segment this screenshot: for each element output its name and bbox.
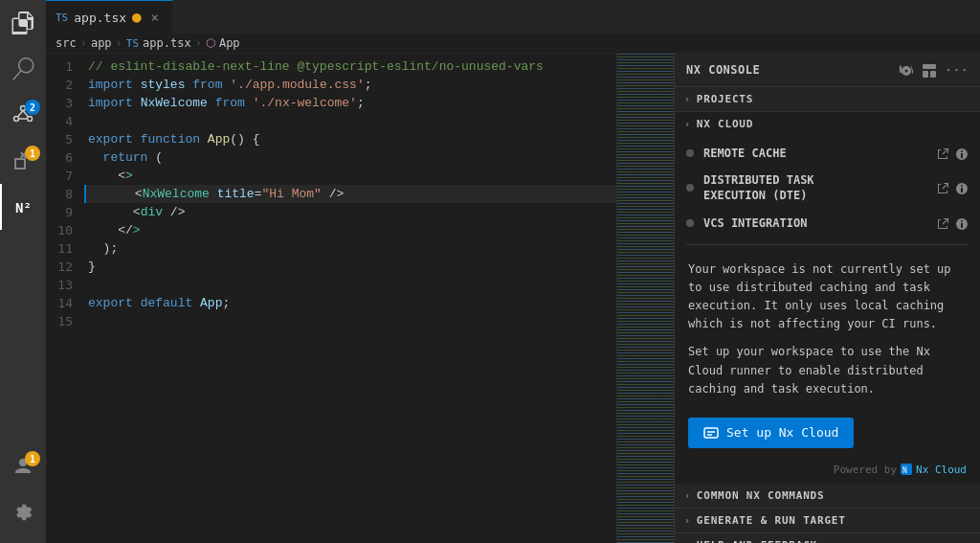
nx-cloud-section: › NX CLOUD REMOTE CACHE: [675, 112, 980, 484]
vcs-info-icon[interactable]: [955, 215, 969, 231]
projects-label: PROJECTS: [697, 93, 753, 105]
svg-text:N: N: [902, 466, 907, 475]
remote-cache-dot: [686, 149, 694, 157]
nx-header-broadcast-icon[interactable]: [899, 62, 914, 79]
nx-header-icons: ···: [899, 62, 969, 79]
activity-bar-top: 2 1 N²: [0, 0, 46, 443]
line-numbers: 1 2 3 4 5 6 7 8 9 10 11 12 13 14 15: [46, 57, 84, 543]
tab-filename: app.tsx: [74, 11, 126, 25]
account-badge: 1: [25, 451, 40, 466]
minimap-visual: [617, 54, 674, 543]
remote-cache-link-icon[interactable]: [936, 146, 949, 161]
nx-cloud-items: REMOTE CACHE: [675, 136, 980, 240]
minimap: [616, 54, 674, 543]
breadcrumb-filename[interactable]: app.tsx: [143, 36, 191, 50]
breadcrumb-src[interactable]: src: [56, 36, 77, 50]
nx-cloud-section-header[interactable]: › NX CLOUD: [675, 112, 980, 136]
nx-graph-icon[interactable]: 2: [0, 92, 46, 138]
generate-run-section: › GENERATE & RUN TARGET: [675, 509, 980, 533]
nx-header-layout-icon[interactable]: [922, 62, 937, 79]
remote-cache-icons: [936, 146, 969, 161]
common-commands-chevron: ›: [684, 490, 691, 501]
tab-modified-dot: ●: [132, 10, 142, 25]
dte-icons: [936, 181, 969, 196]
code-line-11: );: [84, 239, 616, 258]
setup-nx-cloud-button[interactable]: Set up Nx Cloud: [688, 418, 854, 448]
code-content[interactable]: // eslint-disable-next-line @typescript-…: [84, 57, 616, 543]
nx-cloud-brand: Nx Cloud: [916, 464, 967, 476]
tab-close-button[interactable]: ×: [147, 10, 163, 25]
breadcrumb-sep2: ›: [116, 36, 122, 50]
nx-cloud-divider: [686, 244, 969, 245]
breadcrumb-sep1: ›: [80, 36, 87, 50]
code-line-2: import styles from './app.module.css';: [84, 76, 616, 94]
common-commands-header[interactable]: › COMMON NX COMMANDS: [675, 484, 980, 508]
setup-button-label: Set up Nx Cloud: [726, 425, 838, 440]
svg-point-1: [14, 117, 19, 122]
code-line-6: return (: [84, 148, 616, 167]
powered-by-label: Powered by: [834, 464, 897, 476]
nx-panel-title: NX CONSOLE: [686, 63, 760, 77]
nx-panel-header: NX CONSOLE ···: [675, 54, 980, 87]
code-editor[interactable]: 1 2 3 4 5 6 7 8 9 10 11 12 13 14 15: [46, 54, 616, 543]
help-feedback-header[interactable]: › HELP AND FEEDBACK: [675, 533, 980, 543]
breadcrumb: src › app › TS app.tsx › ⬡ App: [46, 34, 980, 54]
code-line-12: }: [84, 258, 616, 276]
main-content: TS app.tsx ● × src › app › TS app.tsx › …: [46, 0, 980, 543]
svg-point-2: [28, 117, 33, 122]
extensions-icon[interactable]: 1: [0, 138, 46, 184]
activity-bar: 2 1 N² 1: [0, 0, 46, 543]
code-line-3: import NxWelcome from './nx-welcome';: [84, 94, 616, 112]
remote-cache-label: REMOTE CACHE: [703, 147, 926, 160]
generate-run-header[interactable]: › GENERATE & RUN TARGET: [675, 509, 980, 532]
projects-chevron: ›: [684, 94, 691, 104]
code-lines: 1 2 3 4 5 6 7 8 9 10 11 12 13 14 15: [46, 54, 616, 543]
svg-line-3: [18, 111, 24, 118]
nx-graph-badge: 2: [25, 100, 40, 115]
common-commands-section: › COMMON NX COMMANDS: [675, 484, 980, 509]
description-para-2: Set up your workspace to use the Nx Clou…: [688, 343, 967, 398]
app-tsx-tab[interactable]: TS app.tsx ● ×: [46, 0, 173, 34]
nx-cloud-description: Your workspace is not currently set up t…: [675, 249, 980, 410]
projects-section-header[interactable]: › PROJECTS: [675, 87, 980, 111]
help-feedback-section: › HELP AND FEEDBACK: [675, 533, 980, 543]
breadcrumb-ts-icon: TS: [126, 37, 139, 50]
projects-section: › PROJECTS: [675, 87, 980, 112]
remote-cache-info-icon[interactable]: [955, 146, 969, 161]
common-commands-label: COMMON NX COMMANDS: [697, 489, 825, 502]
vcs-icons: [936, 215, 969, 231]
dte-item[interactable]: DISTRIBUTED TASKEXECUTION (DTE): [675, 167, 980, 211]
code-line-15: [84, 312, 616, 330]
setup-icon: [703, 425, 719, 441]
tab-bar: TS app.tsx ● ×: [46, 0, 980, 34]
vcs-label: VCS INTEGRATION: [703, 216, 926, 230]
svg-rect-8: [923, 71, 928, 78]
code-line-1: // eslint-disable-next-line @typescript-…: [84, 57, 616, 76]
code-line-10: </>: [84, 221, 616, 239]
nx-header-more-icon[interactable]: ···: [945, 62, 969, 79]
svg-rect-7: [923, 64, 936, 69]
remote-cache-item[interactable]: REMOTE CACHE: [675, 140, 980, 167]
explorer-icon[interactable]: [0, 0, 46, 46]
dte-link-icon[interactable]: [936, 181, 949, 196]
settings-icon[interactable]: [0, 489, 46, 535]
nx-console-icon[interactable]: N²: [0, 184, 46, 230]
vcs-item[interactable]: VCS INTEGRATION: [675, 210, 980, 237]
powered-by: Powered by N Nx Cloud: [675, 460, 980, 484]
dte-info-icon[interactable]: [955, 181, 969, 196]
code-line-14: export default App;: [84, 294, 616, 312]
account-icon[interactable]: 1: [0, 443, 46, 489]
editor-area: 1 2 3 4 5 6 7 8 9 10 11 12 13 14 15: [46, 54, 980, 543]
activity-bar-bottom: 1: [0, 443, 46, 543]
breadcrumb-component[interactable]: App: [219, 36, 240, 50]
vcs-link-icon[interactable]: [936, 215, 949, 231]
code-line-5: export function App() {: [84, 130, 616, 148]
code-line-7: <>: [84, 167, 616, 185]
dte-dot: [686, 184, 694, 192]
nx-cloud-label: NX CLOUD: [697, 118, 753, 130]
breadcrumb-app[interactable]: app: [91, 36, 112, 50]
search-icon[interactable]: [0, 46, 46, 92]
nx-panel-content: › PROJECTS › NX CLOUD REMOTE CACHE: [675, 87, 980, 543]
ts-icon: TS: [56, 11, 68, 24]
description-para-1: Your workspace is not currently set up t…: [688, 260, 967, 334]
